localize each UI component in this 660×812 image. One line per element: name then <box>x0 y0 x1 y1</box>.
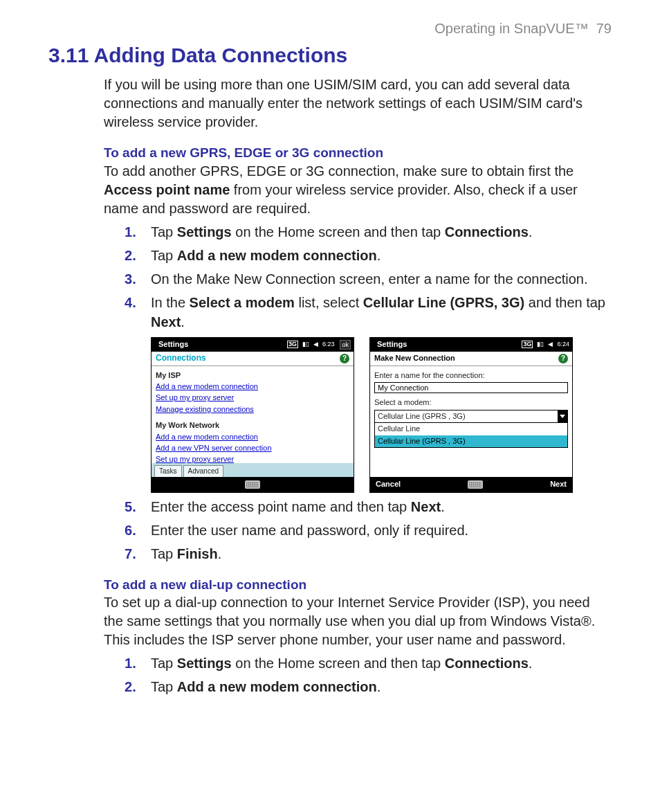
link-add-modem-work[interactable]: Add a new modem connection <box>156 432 349 442</box>
titlebar: Settings 3G ▮▯ ◀ 6:23 ok <box>152 338 354 352</box>
text: . <box>377 679 381 694</box>
link-proxy[interactable]: Set up my proxy server <box>156 393 349 403</box>
screen-body: Enter a name for the connection: Select … <box>370 366 572 477</box>
running-header: Operating in SnapVUE™ 79 <box>42 21 612 37</box>
link-add-modem[interactable]: Add a new modem connection <box>156 381 349 392</box>
emphasis: Settings <box>177 656 232 671</box>
text: Tap <box>151 679 177 694</box>
text: . <box>218 546 222 561</box>
text: . <box>529 224 533 240</box>
screenshot-make-new-connection: Settings 3G ▮▯ ◀ 6:24 Make New Connectio… <box>369 337 573 493</box>
text: . <box>377 248 381 263</box>
network-3g-icon: 3G <box>287 341 298 348</box>
text: list, select <box>295 295 363 310</box>
emphasis: Cellular Line (GPRS, 3G) <box>363 295 524 310</box>
section-gprs: To add a new GPRS, EDGE or 3G connection… <box>104 144 612 563</box>
text: . <box>441 499 445 514</box>
titlebar: Settings 3G ▮▯ ◀ 6:24 <box>370 338 572 352</box>
text: To add another GPRS, EDGE or 3G connecti… <box>104 163 574 179</box>
signal-icon: ▮▯ <box>537 340 544 349</box>
emphasis: Next <box>151 314 181 330</box>
page-number: 79 <box>596 21 612 36</box>
step-item: Enter the user name and password, only i… <box>145 521 612 540</box>
section-paragraph: To add another GPRS, EDGE or 3G connecti… <box>104 162 612 218</box>
screen-body: My ISP Add a new modem connection Set up… <box>152 366 354 477</box>
text: . <box>529 656 533 671</box>
text: Tap <box>151 248 177 263</box>
screen-title: Make New Connection <box>374 353 455 363</box>
text: In the <box>151 295 190 310</box>
text: on the Home screen and then tap <box>232 656 445 671</box>
step-item: Tap Settings on the Home screen and then… <box>145 653 612 673</box>
text: . <box>181 314 185 330</box>
window-title: Settings <box>373 339 407 350</box>
window-title: Settings <box>154 339 188 350</box>
section-dialup: To add a new dial-up connection To set u… <box>104 576 612 697</box>
section-heading-gprs: To add a new GPRS, EDGE or 3G connection <box>104 144 612 162</box>
text: Tap <box>151 224 177 240</box>
link-add-vpn[interactable]: Add a new VPN server connection <box>156 443 349 453</box>
signal-icon: ▮▯ <box>302 340 309 349</box>
dropdown-list: Cellular Line Cellular Line (GPRS , 3G) <box>374 423 568 448</box>
emphasis: Access point name <box>104 182 230 197</box>
text: Enter the access point name and then tap <box>151 499 411 514</box>
document-page: Operating in SnapVUE™ 79 3.11 Adding Dat… <box>0 0 660 812</box>
step-item: Tap Add a new modem connection. <box>145 677 612 696</box>
step-item: Enter the access point name and then tap… <box>145 497 612 516</box>
clock: 6:24 <box>557 340 569 349</box>
emphasis: Select a modem <box>190 295 295 310</box>
section-paragraph: To set up a dial-up connection to your I… <box>104 593 612 649</box>
screen-header: Make New Connection ? <box>370 352 572 366</box>
emphasis: Settings <box>177 224 232 240</box>
network-3g-icon: 3G <box>522 341 533 348</box>
step-item: In the Select a modem list, select Cellu… <box>145 293 612 493</box>
help-icon[interactable]: ? <box>340 354 349 363</box>
connection-name-input[interactable] <box>374 382 568 393</box>
tab-advanced[interactable]: Advanced <box>183 465 223 477</box>
screenshot-connections: Settings 3G ▮▯ ◀ 6:23 ok Connections ? <box>151 337 354 493</box>
steps-list: Tap Settings on the Home screen and then… <box>104 653 612 696</box>
ok-button[interactable]: ok <box>340 340 351 350</box>
emphasis: Next <box>411 499 441 514</box>
group-my-work: My Work Network <box>156 420 349 431</box>
section-heading-dialup: To add a new dial-up connection <box>104 576 612 594</box>
keyboard-icon[interactable] <box>245 480 260 489</box>
text: Tap <box>151 546 177 561</box>
modem-dropdown[interactable]: Cellular Line (GPRS , 3G) <box>374 410 568 423</box>
screen-title: Connections <box>156 352 206 364</box>
clock: 6:23 <box>322 340 335 349</box>
tab-bar: Tasks Advanced <box>152 463 354 477</box>
steps-list: Tap Settings on the Home screen and then… <box>104 222 612 563</box>
keyboard-icon[interactable] <box>468 480 483 489</box>
intro-paragraph: If you will be using more than one USIM/… <box>104 75 612 132</box>
chapter-name: Operating in SnapVUE™ <box>434 21 588 36</box>
link-manage[interactable]: Manage existing connections <box>156 404 349 415</box>
step-item: Tap Finish. <box>145 544 612 563</box>
speaker-icon: ◀ <box>548 340 553 349</box>
dropdown-option-selected[interactable]: Cellular Line (GPRS , 3G) <box>375 435 567 447</box>
text: on the Home screen and then tap <box>232 224 445 240</box>
softkey-bar: Cancel Next <box>370 477 572 492</box>
dropdown-option[interactable]: Cellular Line <box>375 423 567 435</box>
help-icon[interactable]: ? <box>558 354 568 363</box>
text: and then tap <box>524 295 605 310</box>
emphasis: Connections <box>445 656 529 671</box>
emphasis: Connections <box>445 224 529 240</box>
step-item: On the Make New Connection screen, enter… <box>145 269 612 289</box>
emphasis: Add a new modem connection <box>177 248 377 263</box>
dropdown-value: Cellular Line (GPRS , 3G) <box>375 410 567 422</box>
chevron-down-icon[interactable] <box>558 410 567 422</box>
group-my-isp: My ISP <box>156 370 349 381</box>
emphasis: Add a new modem connection <box>177 679 377 694</box>
screenshots-row: Settings 3G ▮▯ ◀ 6:23 ok Connections ? <box>151 337 612 493</box>
screen-header: Connections ? <box>152 352 354 366</box>
emphasis: Finish <box>177 546 218 561</box>
speaker-icon: ◀ <box>313 340 318 349</box>
step-item: Tap Add a new modem connection. <box>145 246 612 265</box>
tab-tasks[interactable]: Tasks <box>154 465 182 477</box>
softkey-bar <box>152 477 354 492</box>
cancel-button[interactable]: Cancel <box>376 479 401 489</box>
text: Tap <box>151 656 177 671</box>
step-item: Tap Settings on the Home screen and then… <box>145 222 612 242</box>
next-button[interactable]: Next <box>550 479 567 489</box>
